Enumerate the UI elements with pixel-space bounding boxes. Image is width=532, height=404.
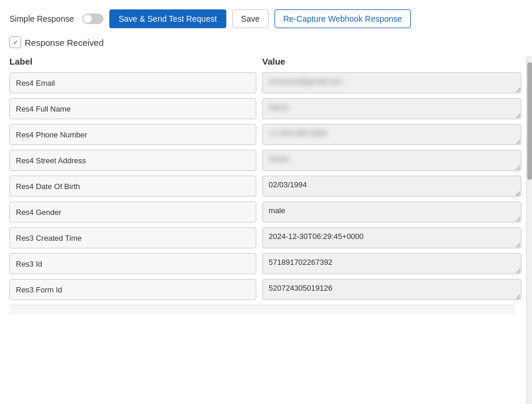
response-received-label: Response Received <box>25 38 103 48</box>
table-row <box>9 253 521 274</box>
recapture-button[interactable]: Re-Capture Webhook Response <box>275 9 411 28</box>
save-button[interactable]: Save <box>232 9 269 28</box>
simple-response-toggle[interactable] <box>82 14 103 24</box>
field-label-input[interactable] <box>9 150 256 171</box>
field-rows-container <box>9 72 521 300</box>
field-value-textarea[interactable] <box>262 124 521 145</box>
toolbar-row: Simple Response Save & Send Test Request… <box>9 9 532 28</box>
field-value-textarea[interactable] <box>262 279 521 300</box>
field-label-input[interactable] <box>9 227 256 248</box>
field-value-textarea[interactable] <box>262 150 521 171</box>
columns-header: Label Value <box>9 56 521 66</box>
simple-response-label: Simple Response <box>9 14 74 23</box>
scrollbar-track[interactable] <box>526 56 532 404</box>
field-value-textarea[interactable] <box>262 227 521 248</box>
table-row <box>9 201 521 223</box>
field-label-input[interactable] <box>9 72 256 93</box>
table-row <box>9 279 521 300</box>
field-label-input[interactable] <box>9 176 256 197</box>
field-label-input[interactable] <box>9 201 256 223</box>
save-send-button[interactable]: Save & Send Test Request <box>109 9 226 28</box>
field-label-input[interactable] <box>9 124 256 145</box>
label-column-header: Label <box>9 56 262 66</box>
field-label-input[interactable] <box>9 279 256 300</box>
field-value-textarea[interactable] <box>262 253 521 274</box>
response-received-row: ✓ Response Received <box>9 36 532 48</box>
main-content: Label Value <box>9 56 526 404</box>
bottom-scroll-area <box>9 305 516 314</box>
field-value-textarea[interactable] <box>262 98 521 119</box>
table-row <box>9 124 521 145</box>
field-value-textarea[interactable] <box>262 176 521 197</box>
field-label-input[interactable] <box>9 98 256 119</box>
table-row <box>9 227 521 248</box>
table-row <box>9 98 521 119</box>
value-column-header: Value <box>262 56 516 66</box>
table-row <box>9 150 521 171</box>
collapse-icon[interactable]: ✓ <box>9 36 21 48</box>
field-label-input[interactable] <box>9 253 256 274</box>
table-row <box>9 72 521 93</box>
field-value-textarea[interactable] <box>262 72 521 93</box>
field-value-textarea[interactable] <box>262 201 521 223</box>
content-area: Label Value <box>9 56 532 404</box>
table-row <box>9 176 521 197</box>
scrollbar-thumb[interactable] <box>527 62 532 180</box>
